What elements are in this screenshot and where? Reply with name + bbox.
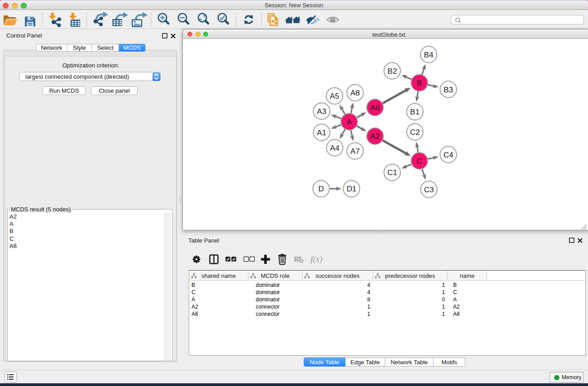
svg-text:A8: A8 [350,89,360,97]
svg-text:A6: A6 [370,104,380,112]
svg-text:B1: B1 [410,108,420,116]
svg-text:B2: B2 [387,67,397,76]
svg-text:B3: B3 [444,86,453,94]
svg-text:A1: A1 [317,129,326,137]
svg-text:C: C [416,157,422,166]
svg-text:A: A [347,118,352,126]
svg-text:A7: A7 [350,147,360,156]
svg-text:f(x): f(x) [311,254,322,264]
svg-text:D1: D1 [347,185,357,193]
svg-text:C3: C3 [424,186,434,194]
svg-text:A4: A4 [330,144,339,152]
svg-text:C1: C1 [387,168,397,177]
svg-text:C4: C4 [444,151,454,159]
svg-text:B: B [417,79,422,87]
svg-text:A2: A2 [370,132,380,141]
svg-text:A5: A5 [330,92,339,100]
svg-text:A3: A3 [317,107,326,116]
svg-text:C2: C2 [410,128,420,137]
svg-text:B4: B4 [424,51,434,59]
svg-text:D: D [318,185,324,193]
